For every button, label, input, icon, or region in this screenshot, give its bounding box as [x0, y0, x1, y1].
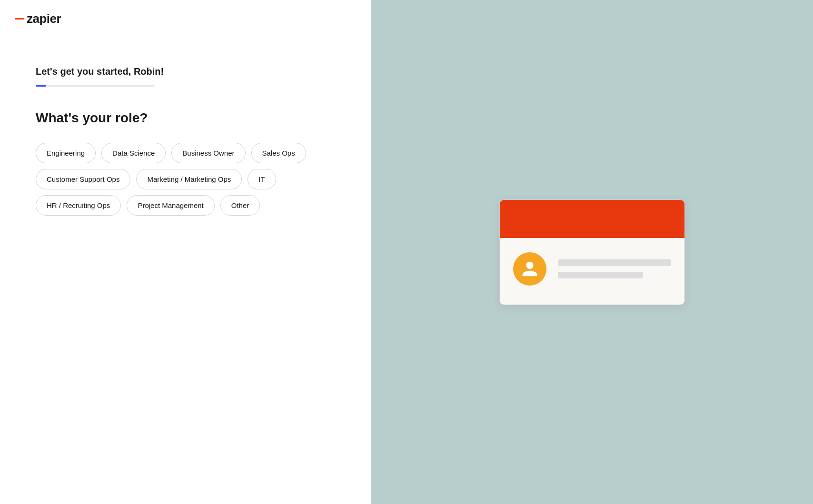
role-chip-business-owner[interactable]: Business Owner: [171, 143, 245, 163]
left-panel: zapier Let's get you started, Robin! Wha…: [0, 0, 371, 504]
avatar: [513, 252, 546, 286]
role-chip-engineering[interactable]: Engineering: [36, 143, 96, 163]
main-content: Let's get you started, Robin! What's you…: [0, 38, 371, 504]
card-line-2: [558, 272, 643, 278]
logo-dash: [15, 18, 24, 20]
role-chip-hr-recruiting-ops[interactable]: HR / Recruiting Ops: [36, 195, 121, 216]
role-chip-sales-ops[interactable]: Sales Ops: [251, 143, 306, 163]
role-chip-marketing-ops[interactable]: Marketing / Marketing Ops: [136, 169, 242, 189]
progress-bar: [36, 85, 155, 87]
progress-bar-fill: [36, 85, 46, 87]
header: zapier: [0, 0, 371, 38]
role-chip-project-management[interactable]: Project Management: [127, 195, 214, 216]
greeting-text: Let's get you started, Robin!: [36, 66, 336, 77]
card-body: [500, 238, 684, 305]
card-text-lines: [558, 259, 671, 278]
role-chip-customer-support-ops[interactable]: Customer Support Ops: [36, 169, 130, 189]
role-chip-other[interactable]: Other: [220, 195, 260, 216]
person-icon: [521, 260, 539, 278]
card-top-bar: [500, 200, 684, 238]
question-title: What's your role?: [36, 110, 336, 126]
role-options: Engineering Data Science Business Owner …: [36, 143, 331, 216]
role-chip-data-science[interactable]: Data Science: [101, 143, 166, 163]
logo-text: zapier: [27, 11, 61, 26]
card-line-1: [558, 259, 671, 266]
card-illustration: [499, 199, 685, 305]
right-panel: [371, 0, 813, 504]
zapier-logo: zapier: [15, 11, 356, 26]
role-chip-it[interactable]: IT: [248, 169, 276, 189]
